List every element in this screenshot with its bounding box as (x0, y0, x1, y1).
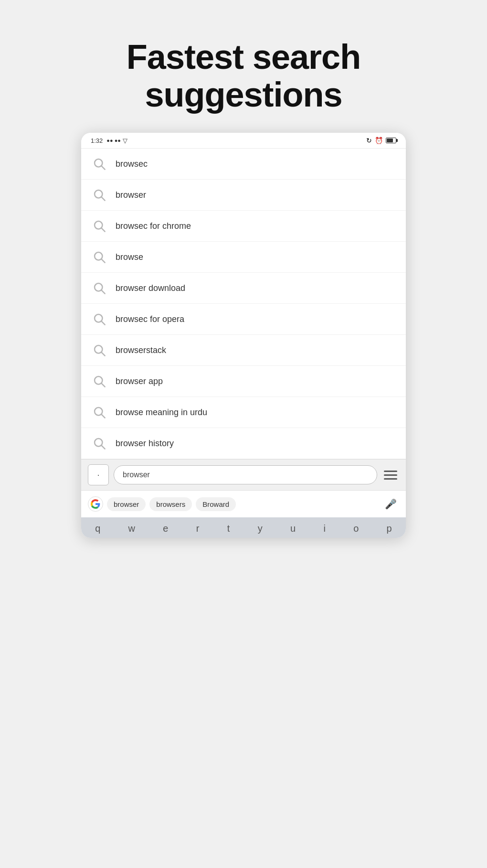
key-e[interactable]: e (163, 523, 168, 534)
chip-browsers[interactable]: browsers (149, 497, 192, 511)
status-bar: 1:32 ●● ●● ▽ ↻ ⏰ (81, 133, 406, 149)
suggestion-text: browse (116, 252, 143, 262)
suggestion-text: browserstack (116, 345, 166, 355)
suggestion-item[interactable]: browser history (81, 428, 406, 459)
chip-broward[interactable]: Broward (196, 497, 236, 511)
search-bar-row: · browser (81, 459, 406, 490)
search-bar-input[interactable]: browser (114, 465, 377, 484)
google-logo (88, 496, 103, 512)
suggestion-item[interactable]: browserstack (81, 335, 406, 366)
google-g-icon (91, 499, 100, 509)
suggestion-text: browser history (116, 439, 174, 449)
key-r[interactable]: r (196, 523, 200, 534)
search-icon (93, 375, 106, 388)
mic-icon: 🎤 (385, 498, 397, 510)
svg-line-19 (102, 446, 105, 449)
mic-button[interactable]: 🎤 (382, 495, 399, 513)
suggestion-text: browsec for opera (116, 314, 184, 324)
keyboard-row: q w e r t y u i o p (81, 517, 406, 538)
status-left: 1:32 ●● ●● ▽ (91, 137, 127, 144)
svg-line-9 (102, 290, 105, 294)
menu-line-2 (384, 474, 397, 476)
promo-section: Fastest search suggestions (0, 0, 487, 133)
square-label: · (97, 470, 99, 480)
battery-icon (386, 138, 396, 143)
suggestion-item[interactable]: browsec for chrome (81, 211, 406, 242)
search-icon (93, 281, 106, 295)
search-bar-menu-button[interactable] (382, 466, 399, 483)
search-icon (93, 219, 106, 233)
key-p[interactable]: p (387, 523, 392, 534)
search-icon (93, 157, 106, 171)
key-t[interactable]: t (227, 523, 230, 534)
search-icon (93, 312, 106, 326)
key-u[interactable]: u (290, 523, 296, 534)
suggestion-item[interactable]: browsec for opera (81, 304, 406, 335)
suggestion-text: browser download (116, 283, 185, 293)
suggestion-text: browsec (116, 159, 148, 169)
suggestions-toolbar: browser browsers Broward 🎤 (81, 490, 406, 517)
phone-mockup: 1:32 ●● ●● ▽ ↻ ⏰ browsec browser browsec… (81, 133, 406, 538)
menu-line-3 (384, 478, 397, 480)
search-icon (93, 188, 106, 202)
search-icon (93, 437, 106, 450)
svg-line-15 (102, 384, 105, 387)
menu-line-1 (384, 471, 397, 472)
suggestion-item[interactable]: browse meaning in urdu (81, 397, 406, 428)
time-display: 1:32 (91, 137, 103, 144)
search-input-text: browser (123, 471, 150, 479)
key-o[interactable]: o (353, 523, 359, 534)
search-icon (93, 406, 106, 419)
svg-line-3 (102, 197, 105, 201)
suggestion-text: browsec for chrome (116, 221, 191, 231)
wifi-icon: ▽ (123, 137, 127, 144)
svg-line-13 (102, 353, 105, 356)
suggestion-text: browser (116, 190, 146, 200)
signal-icon: ●● ●● (106, 138, 121, 143)
svg-line-17 (102, 415, 105, 418)
svg-line-1 (102, 166, 105, 170)
key-w[interactable]: w (128, 523, 135, 534)
rotate-icon: ↻ (366, 137, 372, 144)
alarm-icon: ⏰ (375, 137, 383, 144)
search-bar-square-button[interactable]: · (88, 464, 109, 485)
suggestion-item[interactable]: browser (81, 180, 406, 211)
suggestion-item[interactable]: browser app (81, 366, 406, 397)
svg-line-11 (102, 321, 105, 325)
promo-title: Fastest search suggestions (57, 38, 430, 114)
suggestion-list: browsec browser browsec for chrome brows… (81, 149, 406, 459)
suggestion-item[interactable]: browsec (81, 149, 406, 180)
search-icon (93, 250, 106, 264)
suggestion-text: browse meaning in urdu (116, 407, 207, 418)
key-q[interactable]: q (95, 523, 100, 534)
search-icon (93, 343, 106, 357)
svg-line-7 (102, 259, 105, 263)
suggestion-item[interactable]: browse (81, 242, 406, 273)
key-y[interactable]: y (258, 523, 263, 534)
suggestion-text: browser app (116, 376, 163, 386)
svg-line-5 (102, 228, 105, 232)
chip-browser[interactable]: browser (107, 497, 146, 511)
status-right: ↻ ⏰ (366, 137, 396, 144)
key-i[interactable]: i (323, 523, 325, 534)
suggestion-item[interactable]: browser download (81, 273, 406, 304)
